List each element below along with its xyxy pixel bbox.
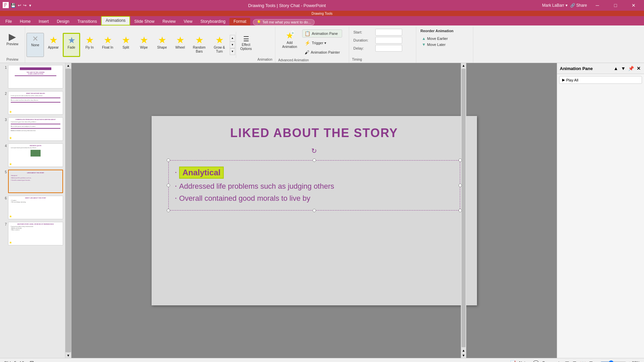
animation-random-bars[interactable]: ★ Random Bars bbox=[190, 33, 209, 57]
share-btn[interactable]: 🔗 Share bbox=[570, 3, 587, 8]
animation-grow-turn[interactable]: ★ Grow & Turn bbox=[210, 33, 229, 57]
canvas-scroll-thumb[interactable] bbox=[462, 69, 466, 347]
content-box[interactable]: • Analytical • Addressed life problems s… bbox=[168, 160, 460, 210]
animation-fade[interactable]: ★ Fade bbox=[63, 33, 80, 57]
bullet-2: • Addressed life problems such as judgin… bbox=[175, 182, 453, 191]
effect-options-button[interactable]: ☰ Effect Options bbox=[237, 33, 256, 57]
animation-split[interactable]: ★ Split bbox=[117, 33, 135, 57]
scroll-down-btn[interactable]: ▼ bbox=[230, 48, 235, 55]
bullet-text-1[interactable]: Analytical bbox=[179, 167, 224, 179]
handle-bm[interactable] bbox=[313, 209, 316, 212]
undo-icon[interactable]: ↩ bbox=[18, 3, 21, 8]
animation-none[interactable]: ✕ None bbox=[26, 33, 44, 57]
slide-thumb-5[interactable]: 5 LIKED ABOUT THE STORY • Analytical • A… bbox=[1, 169, 64, 194]
zoom-slider[interactable] bbox=[600, 360, 627, 362]
handle-mr[interactable] bbox=[459, 184, 462, 187]
drawing-tools-bar: Drawing Tools bbox=[0, 11, 644, 16]
tab-animations[interactable]: Animations bbox=[101, 16, 130, 25]
rotate-handle[interactable]: ↻ bbox=[162, 147, 467, 155]
slide-canvas-inner: LIKED ABOUT THE STORY ↻ bbox=[152, 116, 477, 305]
zoom-out-btn[interactable]: − bbox=[596, 361, 599, 362]
tab-file[interactable]: File bbox=[1, 18, 16, 25]
slide-sorter-icon[interactable]: ⊞ bbox=[573, 360, 577, 362]
preview-button[interactable]: ▶ Preview bbox=[3, 31, 22, 54]
pane-pin-btn[interactable]: 📌 bbox=[628, 65, 635, 72]
normal-view-icon[interactable]: ▦ bbox=[565, 360, 569, 362]
tab-format[interactable]: Format bbox=[229, 18, 250, 25]
slide-thumb-2[interactable]: 2 ★ WHAT THE AUTHOR VALUES Lorem ipsum t… bbox=[1, 90, 64, 115]
timing-start-row: Start: bbox=[353, 29, 412, 36]
canvas-scroll-up2[interactable]: ▲ bbox=[461, 348, 466, 353]
animation-pane-button[interactable]: 📋 Animation Pane bbox=[302, 29, 342, 38]
tab-slideshow[interactable]: Slide Show bbox=[130, 18, 158, 25]
slide-thumb-6[interactable]: 6 ★ DIDN'T LIKE ABOUT THE STORY • Conten… bbox=[1, 195, 64, 220]
preview-icon: ▶ bbox=[9, 32, 16, 42]
fit-page-icon[interactable]: ⊡ bbox=[30, 360, 34, 362]
pane-up-btn[interactable]: ▲ bbox=[613, 65, 619, 72]
save-icon[interactable]: 💾 bbox=[11, 3, 16, 8]
tab-home[interactable]: Home bbox=[16, 18, 35, 25]
notes-label[interactable]: Notes bbox=[519, 361, 530, 362]
animation-pane-content bbox=[557, 86, 644, 358]
animation-appear[interactable]: ★ Appear bbox=[45, 33, 62, 57]
move-earlier-label: Move Earlier bbox=[427, 37, 448, 41]
anim-indicator-4: ★ bbox=[9, 162, 12, 166]
animation-painter-button[interactable]: 🖌 Animation Painter bbox=[302, 48, 342, 56]
handle-bl[interactable] bbox=[167, 209, 170, 212]
handle-br[interactable] bbox=[459, 209, 462, 212]
slide-thumb-7[interactable]: 7 ★ ANOTHER STORY, SONG, OR MOVIE OF REM… bbox=[1, 221, 64, 246]
presenter-view-icon[interactable]: ⊟ bbox=[589, 360, 593, 362]
animation-float-in[interactable]: ★ Float In bbox=[99, 33, 116, 57]
animation-wipe[interactable]: ★ Wipe bbox=[135, 33, 153, 57]
comments-label[interactable]: Comments bbox=[542, 361, 561, 362]
tell-me-box[interactable]: 💡 Tell me what you want to do... bbox=[250, 19, 644, 25]
animation-wheel[interactable]: ★ Wheel bbox=[171, 33, 189, 57]
handle-tr[interactable] bbox=[459, 159, 462, 162]
tab-transitions[interactable]: Transitions bbox=[73, 18, 101, 25]
reorder-title: Reorder Animation bbox=[420, 29, 469, 33]
customize-icon[interactable]: ▼ bbox=[29, 4, 32, 7]
tab-view[interactable]: View bbox=[180, 18, 197, 25]
start-input[interactable] bbox=[375, 29, 402, 36]
animation-fly-in[interactable]: ★ Fly In bbox=[81, 33, 98, 57]
canvas-scroll-up[interactable]: ▲ bbox=[461, 63, 466, 68]
fly-in-icon: ★ bbox=[86, 35, 94, 46]
slide-thumb-3[interactable]: 3 ★ COMMON LIFE PROBLEM IS THE AUTHOR IS… bbox=[1, 117, 64, 141]
scroll-up-btn[interactable]: ▲ bbox=[230, 35, 235, 42]
move-earlier-button[interactable]: ▲ Move Earlier bbox=[420, 36, 469, 42]
trigger-icon: ⚡ bbox=[305, 40, 310, 46]
close-button[interactable]: ✕ bbox=[626, 0, 641, 11]
animation-shape[interactable]: ★ Shape bbox=[153, 33, 171, 57]
comments-icon[interactable]: 💬 bbox=[533, 360, 539, 362]
scroll-expand-btn[interactable]: ▼ bbox=[230, 42, 235, 48]
tab-insert[interactable]: Insert bbox=[35, 18, 53, 25]
move-later-button[interactable]: ▼ Move Later bbox=[420, 42, 469, 48]
reading-view-icon[interactable]: 📖 bbox=[580, 360, 586, 362]
notes-icon[interactable]: 📝 bbox=[510, 360, 516, 362]
delay-input[interactable] bbox=[375, 45, 402, 52]
zoom-in-btn[interactable]: + bbox=[628, 361, 631, 362]
minimize-button[interactable]: ─ bbox=[590, 0, 605, 11]
trigger-button[interactable]: ⚡ Trigger ▾ bbox=[302, 39, 342, 47]
pane-close-btn[interactable]: ✕ bbox=[636, 65, 641, 72]
tab-design[interactable]: Design bbox=[53, 18, 73, 25]
handle-ml[interactable] bbox=[167, 184, 170, 187]
duration-input[interactable] bbox=[375, 37, 402, 44]
slide-scroll-thumb[interactable] bbox=[65, 69, 71, 352]
slide-scroll-up[interactable]: ▲ bbox=[66, 63, 71, 68]
canvas-scroll-down[interactable]: ▼ bbox=[461, 353, 466, 358]
tab-storyboarding[interactable]: Storyboarding bbox=[197, 18, 230, 25]
play-all-button[interactable]: ▶ Play All bbox=[559, 76, 642, 84]
redo-icon[interactable]: ↪ bbox=[23, 3, 26, 8]
add-animation-button[interactable]: ★ + AddAnimation bbox=[279, 29, 300, 53]
tab-review[interactable]: Review bbox=[158, 18, 179, 25]
bullet-dot-2: • bbox=[175, 184, 177, 188]
handle-tm[interactable] bbox=[313, 159, 316, 162]
handle-tl[interactable] bbox=[167, 159, 170, 162]
slide-thumb-1[interactable]: 1 THE LADY IN THE LOOKINGGLASS, A REFLEC… bbox=[1, 64, 64, 89]
timing-rows: Start: Duration: Delay: bbox=[352, 27, 413, 53]
pane-down-btn[interactable]: ▼ bbox=[620, 65, 626, 72]
slide-scroll-down[interactable]: ▼ bbox=[66, 353, 71, 358]
restore-button[interactable]: □ bbox=[608, 0, 623, 11]
slide-thumb-4[interactable]: 4 ★ FAVORITE QUOTE Lorem ipsum favorite … bbox=[1, 143, 64, 168]
